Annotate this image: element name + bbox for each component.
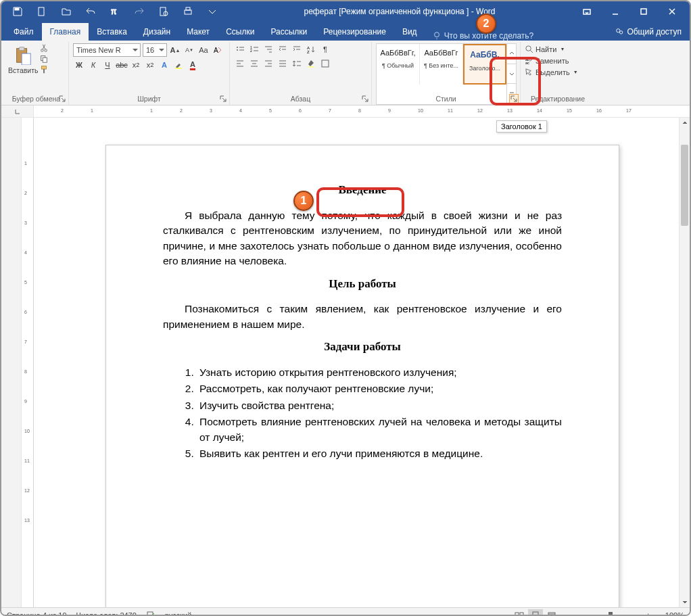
align-center-button[interactable]: [248, 57, 260, 70]
justify-button[interactable]: [277, 57, 289, 70]
text-effects-button[interactable]: A: [158, 59, 170, 71]
tab-references[interactable]: Ссылки: [218, 23, 262, 41]
new-button[interactable]: [30, 1, 54, 22]
italic-button[interactable]: К: [87, 59, 99, 71]
borders-button[interactable]: [319, 57, 331, 70]
shading-button[interactable]: [305, 57, 317, 70]
share-button[interactable]: Общий доступ: [606, 23, 690, 41]
scroll-thumb[interactable]: [681, 145, 688, 226]
sort-button[interactable]: AZ: [305, 43, 317, 55]
gallery-up-button[interactable]: [507, 44, 516, 64]
quick-print-button[interactable]: [176, 1, 200, 22]
close-button[interactable]: [660, 1, 684, 22]
format-painter-button[interactable]: [39, 65, 49, 74]
shrink-font-button[interactable]: A▼: [183, 44, 195, 56]
vertical-scrollbar[interactable]: [679, 118, 690, 607]
tell-me-input[interactable]: Что вы хотите сделать?: [425, 31, 607, 41]
tab-layout[interactable]: Макет: [178, 23, 218, 41]
tab-file[interactable]: Файл: [5, 23, 42, 41]
document-canvas[interactable]: Введение Я выбрала данную тему потому, ч…: [34, 118, 679, 607]
scroll-down-button[interactable]: [680, 596, 690, 607]
grow-font-button[interactable]: A▲: [169, 44, 181, 56]
styles-launcher[interactable]: [509, 94, 519, 103]
strikethrough-button[interactable]: abc: [116, 59, 128, 71]
task-list[interactable]: Узнать историю открытия рентгеновского и…: [197, 365, 562, 462]
tab-mailings[interactable]: Рассылки: [262, 23, 315, 41]
clear-formatting-button[interactable]: A: [212, 44, 224, 56]
heading-goal[interactable]: Цель работы: [163, 276, 562, 293]
tab-design[interactable]: Дизайн: [135, 23, 178, 41]
cut-button[interactable]: [39, 43, 49, 53]
select-button[interactable]: Выделить▼: [525, 66, 591, 78]
list-item[interactable]: Рассмотреть, как получают рентгеновские …: [197, 381, 562, 396]
print-preview-button[interactable]: [151, 1, 176, 22]
print-layout-button[interactable]: [528, 609, 543, 616]
font-launcher[interactable]: [220, 95, 228, 103]
page[interactable]: Введение Я выбрала данную тему потому, ч…: [105, 145, 619, 607]
page-indicator[interactable]: Страница 4 из 19: [7, 611, 67, 616]
tab-home[interactable]: Главная: [42, 23, 89, 41]
list-item[interactable]: Изучить свойства рентгена;: [197, 398, 562, 413]
tab-selector[interactable]: [1, 105, 34, 117]
highlight-button[interactable]: [172, 59, 185, 71]
clipboard-launcher[interactable]: [59, 95, 67, 103]
font-color-button[interactable]: A: [187, 59, 199, 71]
save-button[interactable]: [5, 1, 30, 22]
multilevel-list-button[interactable]: [262, 43, 275, 55]
decrease-indent-button[interactable]: [277, 43, 289, 55]
qat-customize-button[interactable]: [200, 1, 224, 22]
redo-button[interactable]: [127, 1, 151, 22]
align-right-button[interactable]: [262, 57, 275, 70]
underline-button[interactable]: Ч: [101, 59, 114, 71]
zoom-in-button[interactable]: +: [646, 611, 650, 616]
horizontal-ruler[interactable]: 211234567891011121314151617: [34, 105, 690, 117]
bullets-button[interactable]: [234, 43, 246, 55]
change-case-button[interactable]: Aa: [197, 44, 210, 56]
replace-button[interactable]: abacЗаменить: [525, 55, 591, 66]
language-indicator[interactable]: русский: [165, 611, 191, 616]
bold-button[interactable]: Ж: [73, 59, 85, 71]
heading-tasks[interactable]: Задачи работы: [163, 339, 562, 356]
superscript-button[interactable]: x2: [144, 59, 156, 71]
paragraph-launcher[interactable]: [362, 95, 370, 103]
font-name-combo[interactable]: Times New R: [73, 43, 141, 57]
paragraph-goal[interactable]: Познакомиться с таким явлением, как рент…: [163, 302, 562, 332]
list-item[interactable]: Посмотреть влияние рентгеновских лучей н…: [197, 414, 562, 445]
list-item[interactable]: Выявить как рентген и его лучи применяют…: [197, 446, 562, 461]
gallery-down-button[interactable]: [507, 64, 516, 85]
find-button[interactable]: Найти▼: [525, 43, 591, 55]
heading-intro[interactable]: Введение: [163, 182, 562, 199]
subscript-button[interactable]: x2: [130, 59, 142, 71]
tab-view[interactable]: Вид: [394, 23, 425, 41]
read-mode-button[interactable]: [512, 609, 527, 616]
font-size-combo[interactable]: 16: [143, 43, 167, 57]
spellcheck-icon[interactable]: [146, 610, 156, 616]
numbering-button[interactable]: 12: [248, 43, 260, 55]
web-layout-button[interactable]: [544, 609, 559, 616]
align-left-button[interactable]: [234, 57, 246, 70]
word-count[interactable]: Число слов: 2470: [76, 611, 137, 616]
style-no-spacing[interactable]: АаБбВвГг¶ Без инте...: [420, 44, 463, 85]
vertical-ruler[interactable]: 12345678910111213: [22, 118, 34, 607]
svg-rect-20: [43, 57, 47, 62]
equation-button[interactable]: π: [103, 1, 127, 22]
paragraph-intro[interactable]: Я выбрала данную тему потому, что каждый…: [163, 208, 562, 269]
scroll-up-button[interactable]: [680, 118, 690, 128]
maximize-button[interactable]: [632, 1, 656, 22]
show-marks-button[interactable]: ¶: [319, 43, 331, 55]
svg-text:π: π: [111, 7, 116, 16]
copy-button[interactable]: [39, 54, 49, 64]
tab-review[interactable]: Рецензирование: [315, 23, 394, 41]
line-spacing-button[interactable]: [291, 57, 303, 70]
open-button[interactable]: [54, 1, 78, 22]
zoom-level[interactable]: 100%: [654, 611, 684, 616]
undo-button[interactable]: [78, 1, 103, 22]
increase-indent-button[interactable]: [291, 43, 303, 55]
ribbon-display-button[interactable]: [575, 1, 599, 22]
style-heading1[interactable]: АаБбВ.Заголово...: [463, 44, 506, 85]
style-normal[interactable]: АаБбВвГг,¶ Обычный: [377, 44, 420, 85]
zoom-out-button[interactable]: −: [569, 611, 573, 616]
minimize-button[interactable]: [603, 1, 627, 22]
tab-insert[interactable]: Вставка: [89, 23, 135, 41]
list-item[interactable]: Узнать историю открытия рентгеновского и…: [197, 365, 562, 380]
